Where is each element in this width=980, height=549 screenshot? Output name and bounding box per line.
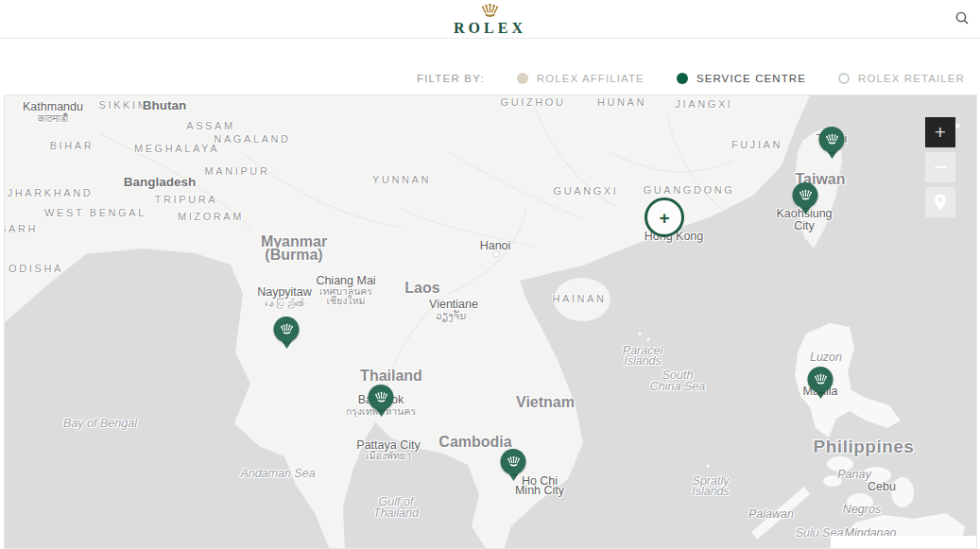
filter-option-label: ROLEX RETAILER	[858, 73, 965, 84]
service-centre-dot-icon	[677, 73, 688, 84]
rolex-crown-icon	[824, 133, 839, 146]
map-base-tiles	[5, 95, 977, 549]
map-corner-patch	[831, 536, 977, 549]
store-locator-map[interactable]: KathmanduकाठमाडौँSIKKIMBhutanASSAMNAGALA…	[4, 94, 977, 549]
top-header: ROLEX	[0, 0, 980, 39]
marker-bubble	[808, 367, 834, 392]
marker-bubble	[274, 317, 300, 342]
rolex-logo[interactable]: ROLEX	[454, 3, 526, 37]
location-pin-icon	[934, 194, 947, 211]
brand-wordmark: ROLEX	[454, 20, 526, 37]
rolex-crown-icon	[813, 373, 828, 386]
filter-option-label: ROLEX AFFILIATE	[537, 73, 645, 84]
filter-option-label: SERVICE CENTRE	[696, 73, 806, 84]
search-icon[interactable]	[952, 9, 972, 29]
filter-option-rolex-retailer[interactable]: ROLEX RETAILER	[838, 73, 965, 84]
filter-option-rolex-affiliate[interactable]: ROLEX AFFILIATE	[517, 73, 645, 84]
zoom-in-button[interactable]: +	[925, 117, 955, 147]
rolex-crown-icon	[279, 323, 294, 335]
filter-option-service-centre[interactable]: SERVICE CENTRE	[677, 73, 806, 84]
service-centre-marker-bangkok[interactable]	[369, 385, 394, 418]
marker-bubble	[819, 127, 845, 152]
rolex-crown-icon	[373, 391, 388, 403]
service-centre-marker-kaohsiung[interactable]	[793, 182, 818, 215]
filter-caption: FILTER BY:	[417, 73, 485, 84]
rolex-crown-icon	[506, 455, 521, 468]
rolex-crown-icon	[798, 189, 813, 201]
affiliate-dot-icon	[517, 73, 528, 84]
service-centre-marker-taipei[interactable]	[819, 127, 845, 160]
marker-bubble	[369, 385, 394, 410]
filter-bar: FILTER BY: ROLEX AFFILIATE SERVICE CENTR…	[0, 65, 965, 92]
zoom-out-button[interactable]: −	[925, 152, 955, 182]
marker-bubble	[793, 182, 818, 208]
service-centre-marker-ho-chi-minh-city[interactable]	[501, 449, 526, 482]
cluster-marker-hong-kong[interactable]: +	[645, 197, 684, 237]
rolex-crown-icon	[477, 3, 504, 19]
retailer-dot-icon	[838, 73, 850, 84]
service-centre-marker-yangon[interactable]	[274, 317, 300, 350]
service-centre-marker-manila[interactable]	[808, 367, 834, 400]
my-location-button[interactable]	[925, 187, 955, 217]
marker-bubble	[501, 449, 526, 474]
